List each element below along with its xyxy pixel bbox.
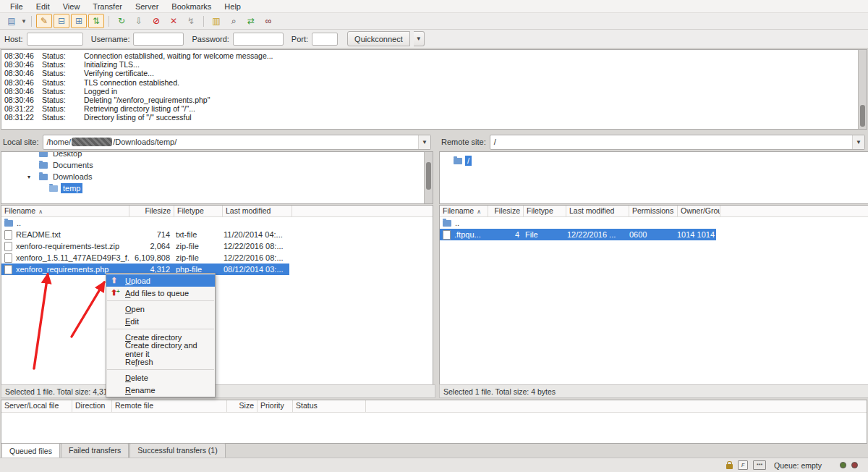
remote-file-column-header[interactable]: Last modified — [566, 206, 629, 216]
directory-comparison-icon[interactable]: ⌕ — [226, 14, 242, 28]
directory-filters-icon[interactable]: ▥ — [208, 14, 224, 28]
context-menu-refresh[interactable]: Refresh — [106, 355, 215, 368]
local-file-row[interactable]: xenforo-requirements-test.zip2,064zip-fi… — [1, 240, 289, 252]
transfer-queue-panel[interactable]: Server/Local fileDirectionRemote fileSiz… — [1, 400, 867, 444]
remote-file-column-header[interactable]: Owner/Group — [678, 206, 720, 216]
host-label: Host: — [4, 35, 23, 43]
log-message: Retrieving directory listing of "/"... — [84, 104, 195, 113]
context-menu-rename[interactable]: Rename — [106, 384, 215, 396]
toggle-local-tree-icon[interactable]: ⊟ — [54, 14, 69, 28]
remote-file-list[interactable]: Filename∧FilesizeFiletypeLast modifiedPe… — [439, 205, 868, 386]
local-file-cell-text: 714 — [157, 230, 170, 239]
expander-icon[interactable]: ▾ — [27, 174, 30, 180]
tree-item-label: Documents — [51, 160, 95, 170]
log-type: Status: — [42, 51, 84, 60]
local-file-cell-text: 12/22/2016 08:... — [224, 242, 284, 250]
quickconnect-button[interactable]: Quickconnect — [347, 31, 410, 46]
quickconnect-dropdown-icon[interactable]: ▼ — [414, 31, 425, 46]
menu-bookmarks[interactable]: Bookmarks — [165, 1, 218, 12]
remote-file-column-header[interactable]: Filetype — [524, 206, 566, 216]
remote-site-combo[interactable]: / ▼ — [490, 135, 865, 150]
context-menu-open[interactable]: Open — [106, 303, 215, 315]
local-tree-item-documents[interactable]: Documents — [1, 159, 433, 171]
context-menu-delete[interactable]: Delete — [106, 371, 215, 384]
chevron-down-icon[interactable]: ▼ — [852, 135, 864, 149]
message-log[interactable]: 08:30:46Status:Connection established, w… — [1, 49, 867, 130]
cancel-icon[interactable]: ⊘ — [148, 14, 164, 28]
queue-column-header[interactable]: Priority — [258, 400, 293, 412]
queue-column-header[interactable]: Size — [227, 400, 258, 412]
context-menu-create-directory-and-enter-it[interactable]: Create directory and enter it — [106, 343, 215, 355]
message-log-scrollbar[interactable] — [858, 50, 867, 129]
local-tree-item-temp[interactable]: temp — [1, 182, 433, 194]
context-menu-upload[interactable]: ⬆Upload — [106, 274, 215, 287]
local-file-row[interactable]: xenforo_1.5.11_477AED49F3_f...6,109,808z… — [1, 252, 289, 264]
quickconnect-bar: Host: Username: Password: Port: Quickcon… — [0, 30, 868, 49]
toggle-transfer-queue-icon[interactable]: ⇅ — [88, 14, 104, 28]
remote-tree-panel[interactable]: / — [439, 151, 868, 204]
remote-file-row[interactable]: .. — [440, 217, 716, 229]
queue-status-text: Queue: empty — [774, 461, 822, 470]
queue-column-header[interactable]: Status — [293, 400, 366, 412]
local-file-column-header[interactable]: Filename∧ — [1, 206, 129, 216]
scrollbar-thumb[interactable] — [860, 105, 865, 127]
remote-tree-item-root[interactable]: / — [440, 155, 868, 167]
local-file-column-header[interactable]: Filesize — [129, 206, 174, 216]
context-menu-add-files-to-queue[interactable]: ⬆+Add files to queue — [106, 287, 215, 299]
remote-file-column-header[interactable]: Filename∧ — [440, 206, 488, 216]
local-tree-item-desktop[interactable]: Desktop — [1, 151, 433, 159]
context-menu-edit[interactable]: Edit — [106, 315, 215, 327]
log-message: Verifying certificate... — [84, 69, 154, 77]
refresh-icon[interactable]: ↻ — [114, 14, 129, 28]
remote-file-row[interactable]: .ftpqu...4File12/22/2016 ...06001014 101… — [440, 229, 716, 240]
menu-file[interactable]: File — [4, 1, 30, 12]
local-tree-item-downloads[interactable]: ▾Downloads — [1, 171, 433, 182]
synchronized-browsing-icon[interactable]: ⇄ — [243, 14, 259, 28]
local-file-column-header[interactable]: Last modified — [223, 206, 292, 216]
queue-column-header[interactable]: Server/Local file — [1, 400, 72, 412]
file-icon — [4, 242, 12, 251]
local-file-row[interactable]: .. — [1, 217, 289, 229]
menu-server[interactable]: Server — [129, 1, 165, 12]
remote-file-column-header[interactable]: Permissions — [629, 206, 678, 216]
menu-item-label: Add files to queue — [125, 289, 189, 298]
reconnect-icon[interactable]: ↯ — [183, 14, 199, 28]
disconnect-icon[interactable]: ✕ — [166, 14, 182, 28]
cert-indicator-icon[interactable]: F — [738, 460, 748, 470]
local-file-list[interactable]: Filename∧FilesizeFiletypeLast modified .… — [1, 205, 433, 386]
process-queue-icon[interactable]: ⇩ — [131, 14, 147, 28]
log-row: 08:31:22Status:Retrieving directory list… — [1, 104, 867, 113]
toggle-message-log-icon[interactable]: ✎ — [36, 14, 52, 28]
menu-transfer[interactable]: Transfer — [86, 1, 129, 12]
toggle-remote-tree-icon[interactable]: ⊞ — [71, 14, 87, 28]
port-input[interactable] — [312, 33, 338, 46]
tab-successful-transfers--1-[interactable]: Successful transfers (1) — [129, 443, 225, 458]
tab-queued-files[interactable]: Queued files — [1, 443, 60, 459]
site-manager-icon[interactable]: ▤ — [4, 14, 20, 28]
remote-file-column-header[interactable]: Filesize — [488, 206, 524, 216]
menu-separator — [107, 329, 214, 329]
local-file-row[interactable]: README.txt714txt-file11/20/2014 04:... — [1, 229, 289, 240]
local-tree-panel[interactable]: DesktopDocuments▾Downloadstemp — [1, 151, 433, 204]
local-tree-scrollbar[interactable] — [424, 152, 433, 203]
local-site-combo[interactable]: /home//Downloads/temp/ ▼ — [43, 135, 431, 150]
log-type: Status: — [42, 78, 84, 87]
chevron-down-icon[interactable]: ▼ — [418, 135, 430, 149]
chevron-down-icon[interactable]: ▼ — [20, 18, 27, 25]
key-indicator-icon[interactable]: *** — [753, 460, 766, 470]
password-input[interactable] — [233, 33, 284, 46]
menu-view[interactable]: View — [56, 1, 87, 12]
find-files-icon[interactable]: ∞ — [260, 14, 276, 28]
username-input[interactable] — [133, 33, 184, 46]
local-file-column-header[interactable]: Filetype — [174, 206, 223, 216]
queue-column-header[interactable]: Direction — [72, 400, 112, 412]
menu-help[interactable]: Help — [218, 1, 247, 12]
tab-failed-transfers[interactable]: Failed transfers — [61, 443, 129, 458]
scrollbar-thumb[interactable] — [426, 162, 431, 190]
menu-edit[interactable]: Edit — [30, 1, 56, 12]
local-file-cell: zip-file — [173, 253, 221, 262]
queue-column-header[interactable]: Remote file — [112, 400, 227, 412]
lock-icon[interactable] — [726, 464, 733, 469]
host-input[interactable] — [27, 33, 83, 46]
local-file-cell-text: zip-file — [176, 253, 199, 262]
